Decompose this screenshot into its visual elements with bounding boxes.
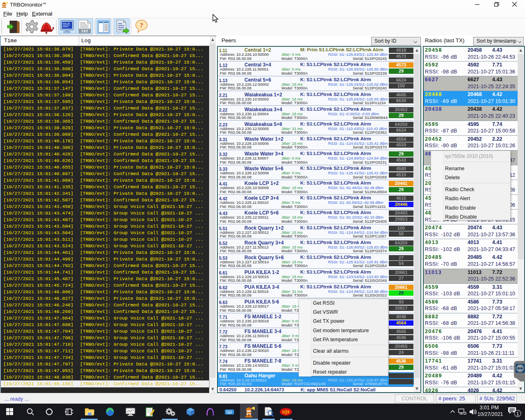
svg-text:TXT: TXT [81,29,89,33]
svg-text:1: 1 [516,411,519,417]
svg-text:?: ? [140,21,144,29]
svg-text:t@t: t@t [282,409,290,414]
